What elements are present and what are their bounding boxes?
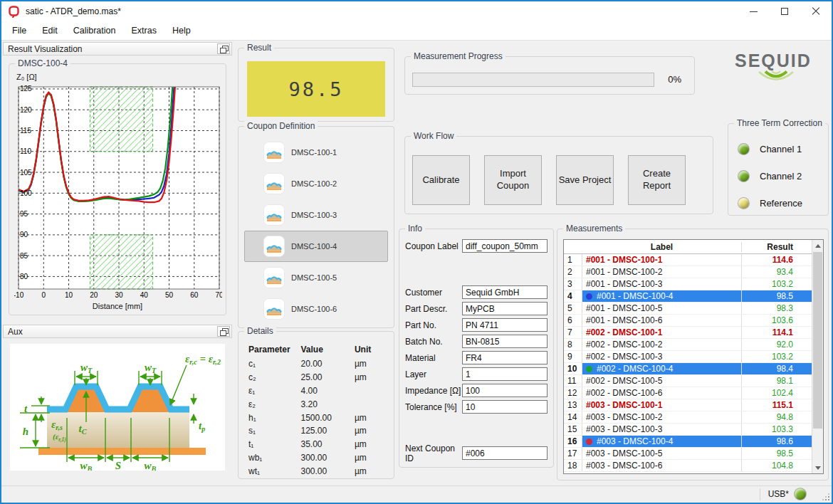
measurement-row-3[interactable]: 3#001 - DMSC-100-3103.2: [564, 278, 812, 290]
coupon-item-dmsc-100-2[interactable]: DMSC-100-2: [244, 168, 388, 199]
measurement-label: #002 - DMSC-100-2: [582, 339, 742, 350]
svg-text:30: 30: [115, 291, 123, 299]
menu-help[interactable]: Help: [164, 23, 199, 38]
measurement-label: #001 - DMSC-100-5: [582, 303, 742, 314]
details-row: wb₁300.00µm: [248, 451, 388, 465]
panel-title: Aux: [8, 327, 217, 337]
menu-file[interactable]: File: [4, 23, 34, 38]
parameter-name: s₁: [248, 426, 301, 436]
coupon-icon: [263, 142, 285, 163]
svg-text:0: 0: [41, 291, 46, 299]
coupon-item-dmsc-100-5[interactable]: DMSC-100-5: [244, 262, 388, 293]
measurement-row-18[interactable]: 18#003 - DMSC-100-6104.8: [564, 460, 812, 472]
measurement-row-4[interactable]: 4#001 - DMSC-100-498.5: [564, 290, 812, 303]
next-coupon-id-field[interactable]: [462, 446, 548, 460]
coupon-item-dmsc-100-3[interactable]: DMSC-100-3: [244, 199, 388, 231]
measurement-result: 103.2: [742, 351, 812, 362]
measurement-row-17[interactable]: 17#003 - DMSC-100-598.5: [564, 448, 812, 460]
coupon-icon: [263, 173, 285, 194]
measurement-row-9[interactable]: 9#002 - DMSC-100-3103.2: [564, 351, 812, 363]
correction-row-channel-1: Channel 1: [738, 135, 824, 162]
coupon-item-dmsc-100-4[interactable]: DMSC-100-4: [244, 231, 388, 262]
series-color-dot-icon: [586, 366, 592, 372]
coupon-item-dmsc-100-1[interactable]: DMSC-100-1: [244, 137, 388, 168]
measurement-row-11[interactable]: 11#002 - DMSC-100-598.1: [564, 375, 812, 387]
scroll-down-button[interactable]: [812, 462, 823, 473]
details-groupbox: Details ParameterValueUnitc₁20.00µmc₂25.…: [238, 331, 394, 479]
coupon-item-label: DMSC-100-4: [291, 242, 337, 251]
field-label: Tolerance [%]: [405, 402, 462, 412]
channel-label: Reference: [760, 198, 802, 209]
scroll-up-button[interactable]: [812, 240, 823, 251]
measurement-row-2[interactable]: 2#001 - DMSC-100-293.4: [564, 266, 812, 278]
measurement-row-5[interactable]: 5#001 - DMSC-100-598.3: [564, 303, 812, 315]
impedance-chart[interactable]: 80859095100105110115120125-1001020304050…: [14, 85, 222, 300]
measurement-row-8[interactable]: 8#002 - DMSC-100-292.0: [564, 339, 812, 351]
row-number: 6: [564, 315, 582, 326]
layer-field[interactable]: [462, 367, 548, 381]
measurement-row-12[interactable]: 12#002 - DMSC-100-6102.4: [564, 387, 812, 399]
float-panel-button[interactable]: [217, 326, 230, 337]
measurement-row-13[interactable]: 13#003 - DMSC-100-1115.1: [564, 399, 812, 411]
field-label: Batch No.: [405, 337, 462, 347]
float-panel-button[interactable]: [217, 43, 230, 54]
create-report-button[interactable]: Create Report: [628, 155, 686, 205]
part-descr-field[interactable]: [462, 302, 548, 315]
row-number: 13: [564, 399, 582, 411]
menu-bar: FileEditCalibrationExtrasHelp: [1, 21, 832, 40]
measurement-row-1[interactable]: 1#001 - DMSC-100-1114.6: [564, 254, 812, 266]
measurement-row-10[interactable]: 10#002 - DMSC-100-498.4: [564, 363, 812, 375]
field-label: Impedance [Ω]: [405, 386, 462, 396]
menu-edit[interactable]: Edit: [34, 23, 66, 38]
result-group-title: Result: [244, 43, 274, 53]
row-number: 7: [564, 327, 582, 338]
series-color-dot-icon: [586, 439, 592, 445]
chart-group-title: DMSC-100-4: [15, 58, 70, 68]
measurement-row-14[interactable]: 14#003 - DMSC-100-294.8: [564, 411, 812, 424]
measurement-row-7[interactable]: 7#002 - DMSC-100-1114.1: [564, 327, 812, 339]
measurements-scrollbar[interactable]: [812, 240, 823, 473]
maximize-button[interactable]: [769, 1, 800, 21]
minimize-button[interactable]: [738, 1, 769, 21]
info-group-title: Info: [405, 224, 425, 233]
status-led-icon: [738, 144, 749, 154]
row-number: 4: [564, 290, 582, 302]
field-label: Part No.: [405, 320, 462, 330]
impedance-ω-field[interactable]: [462, 384, 548, 397]
import-coupon-button[interactable]: Import Coupon: [484, 155, 542, 205]
measurement-row-6[interactable]: 6#001 - DMSC-100-6103.6: [564, 315, 812, 327]
coupon-definition-groupbox: Coupon Definition DMSC-100-1DMSC-100-2DM…: [238, 126, 394, 328]
menu-extras[interactable]: Extras: [123, 23, 164, 38]
row-number: 9: [564, 351, 582, 362]
coupon-icon: [263, 204, 285, 226]
info-field-row: Next Coupon ID: [405, 445, 548, 461]
float-icon: [220, 46, 228, 53]
customer-field[interactable]: [462, 285, 548, 299]
material-field[interactable]: [462, 351, 548, 364]
result-groupbox: Result 98.5: [238, 48, 394, 122]
parameter-name: c₂: [248, 372, 301, 382]
measurement-result: 102.4: [742, 387, 812, 399]
svg-text:110: 110: [20, 147, 31, 155]
resize-grip-icon[interactable]: [828, 499, 829, 500]
save-project-button[interactable]: Save Project: [556, 155, 614, 205]
measurement-result: 114.1: [742, 327, 812, 338]
work-flow-groupbox: Work Flow CalibrateImport CouponSave Pro…: [404, 136, 713, 214]
app-window: satic - ATDR_demo.mas* FileEditCalibrati…: [0, 0, 833, 504]
tolerance-field[interactable]: [462, 400, 548, 414]
close-button[interactable]: [800, 1, 832, 21]
batch-no-field[interactable]: [462, 335, 548, 348]
coupon-item-dmsc-100-6[interactable]: DMSC-100-6: [244, 293, 388, 325]
coupon-label-field[interactable]: [462, 239, 548, 253]
measurement-row-16[interactable]: 16#003 - DMSC-100-498.6: [564, 436, 812, 448]
chart-x-axis-label: Distance [mm]: [9, 302, 226, 310]
calibrate-button[interactable]: Calibrate: [412, 155, 470, 205]
scroll-up-icon: [815, 244, 821, 248]
svg-text:115: 115: [20, 127, 31, 135]
part-no-field[interactable]: [462, 318, 548, 332]
menu-calibration[interactable]: Calibration: [66, 23, 124, 38]
row-number: 14: [564, 411, 582, 423]
scrollbar-thumb[interactable]: [813, 252, 822, 429]
app-icon: [9, 6, 19, 18]
measurement-row-15[interactable]: 15#003 - DMSC-100-3103.3: [564, 424, 812, 436]
